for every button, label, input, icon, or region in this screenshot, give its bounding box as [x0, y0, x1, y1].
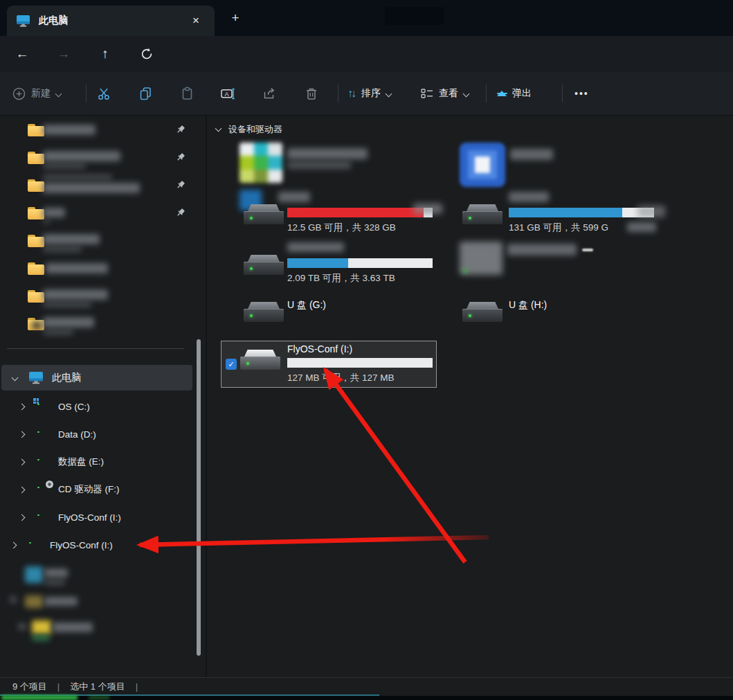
cut-button[interactable] [89, 78, 119, 109]
sort-button[interactable]: ↑↓ 排序 [347, 72, 391, 115]
navigation-bar: ← → ↑ › 此电脑 › [0, 36, 733, 72]
rename-button[interactable]: A [213, 78, 244, 109]
redacted-sidebar-row[interactable] [0, 615, 194, 644]
view-button[interactable]: 查看 [421, 72, 469, 115]
tab-this-pc[interactable]: 此电脑 × [7, 6, 215, 36]
bottom-strip [0, 696, 733, 700]
paste-button[interactable] [172, 78, 202, 109]
this-pc-label: 此电脑 [52, 372, 81, 384]
sidebar-item-data-e[interactable]: 数据盘 (E:) [0, 448, 194, 476]
redacted-drive-name [507, 244, 577, 255]
delete-button[interactable] [296, 78, 327, 109]
new-button[interactable]: 新建 [12, 72, 61, 115]
chevron-right-icon[interactable] [19, 431, 26, 438]
pin-icon [175, 208, 185, 218]
drive-label: FlyOS-Conf (I:) [50, 540, 113, 550]
capacity-bar-fill [509, 208, 622, 217]
redacted-drive-name [278, 192, 310, 202]
drive-icon [240, 350, 280, 370]
svg-text:A: A [224, 90, 228, 97]
sidebar-item-data-d[interactable]: Data (D:) [0, 420, 194, 448]
share-button[interactable] [255, 78, 285, 109]
section-chevron-icon[interactable] [215, 125, 222, 132]
drive-icon [35, 457, 51, 467]
redacted-folder-subtext [43, 330, 73, 335]
sidebar-scrollbar[interactable] [197, 339, 201, 656]
redacted-folder-subtext [43, 246, 82, 252]
windows-logo-icon [33, 398, 39, 404]
copy-icon [138, 87, 152, 100]
pin-icon [175, 125, 185, 135]
drive-name: FlyOS-Conf (I:) [287, 343, 352, 355]
refresh-button[interactable] [136, 43, 158, 65]
redacted-sidebar-row[interactable] [0, 564, 194, 586]
tab-close-button[interactable]: × [187, 12, 205, 30]
drive-led [246, 362, 249, 365]
sidebar-item-this-pc[interactable]: 此电脑 [1, 365, 192, 391]
redacted-folder-name [43, 183, 140, 193]
back-button[interactable]: ← [11, 43, 33, 65]
chevron-right-icon[interactable] [19, 514, 26, 521]
sidebar-divider [7, 348, 184, 349]
redacted-folder-name [43, 234, 100, 244]
drive-label: Data (D:) [58, 429, 96, 440]
drive-icon [244, 302, 284, 322]
drive-icon [35, 402, 51, 411]
section-header[interactable]: 设备和驱动器 [228, 123, 282, 136]
folder-icon [28, 235, 44, 247]
folder-icon [28, 290, 44, 303]
copy-button[interactable] [130, 78, 161, 109]
redacted-drive-name [509, 192, 549, 202]
eject-button[interactable]: 弹出 [497, 72, 532, 115]
redacted-folder-name [43, 317, 94, 327]
pinned-folder-row[interactable] [0, 282, 194, 310]
redacted-device-icon[interactable] [460, 143, 505, 187]
title-bar: 此电脑 × + [0, 0, 733, 36]
pinned-folder-row[interactable] [0, 116, 194, 144]
drive-name: U 盘 (H:) [509, 299, 547, 312]
chevron-right-icon[interactable] [10, 541, 17, 548]
plus-circle-icon [12, 87, 26, 100]
drive-icon [27, 540, 42, 550]
pinned-folder-row[interactable] [0, 144, 194, 172]
eject-label: 弹出 [512, 87, 532, 100]
drive-icon [244, 255, 284, 275]
capacity-bar-fill [287, 258, 348, 268]
chevron-down-icon [12, 375, 19, 382]
sidebar-item-os-c[interactable]: OS (C:) [0, 393, 194, 420]
forward-button[interactable]: → [53, 43, 75, 65]
pinned-folder-row[interactable] [0, 227, 194, 255]
selection-checkbox[interactable]: ✓ [226, 359, 237, 370]
pinned-folder-row[interactable] [0, 172, 194, 199]
pinned-folder-row[interactable] [0, 199, 194, 227]
redacted-network-icon [25, 566, 43, 583]
view-list-icon [421, 88, 433, 99]
pinned-folder-row[interactable] [0, 310, 194, 338]
redacted-label [44, 597, 78, 606]
chevron-down-icon [386, 90, 392, 97]
drive-icon [462, 204, 503, 224]
chevron-right-icon[interactable] [19, 458, 26, 465]
more-options-button[interactable]: ••• [574, 72, 589, 115]
chevron-right-icon[interactable] [19, 403, 26, 410]
sidebar-item-cd-f[interactable]: CD 驱动器 (F:) [0, 476, 194, 503]
redacted-chevron [10, 596, 17, 603]
redacted-sidebar-row[interactable] [0, 592, 194, 613]
redacted-device-icon[interactable] [239, 143, 282, 183]
folder-icon [28, 262, 44, 275]
redacted-caption-end [627, 222, 656, 232]
redaction-smudge [413, 204, 442, 214]
drive-led [469, 217, 471, 219]
redacted-folder-subtext [43, 163, 86, 169]
chevron-right-icon[interactable] [19, 486, 26, 493]
pinned-folder-row[interactable] [0, 255, 194, 282]
capacity-bar [287, 208, 433, 217]
drive-icon [244, 204, 284, 224]
new-tab-button[interactable]: + [226, 9, 244, 27]
redacted-device-name [287, 148, 368, 159]
redacted-device-name [510, 149, 553, 160]
sidebar-item-flyos-root[interactable]: FlyOS-Conf (I:) [0, 531, 194, 559]
refresh-icon [140, 47, 154, 61]
up-button[interactable]: ↑ [94, 43, 116, 65]
sidebar-item-flyos-child[interactable]: FlyOS-Conf (I:) [0, 503, 194, 531]
